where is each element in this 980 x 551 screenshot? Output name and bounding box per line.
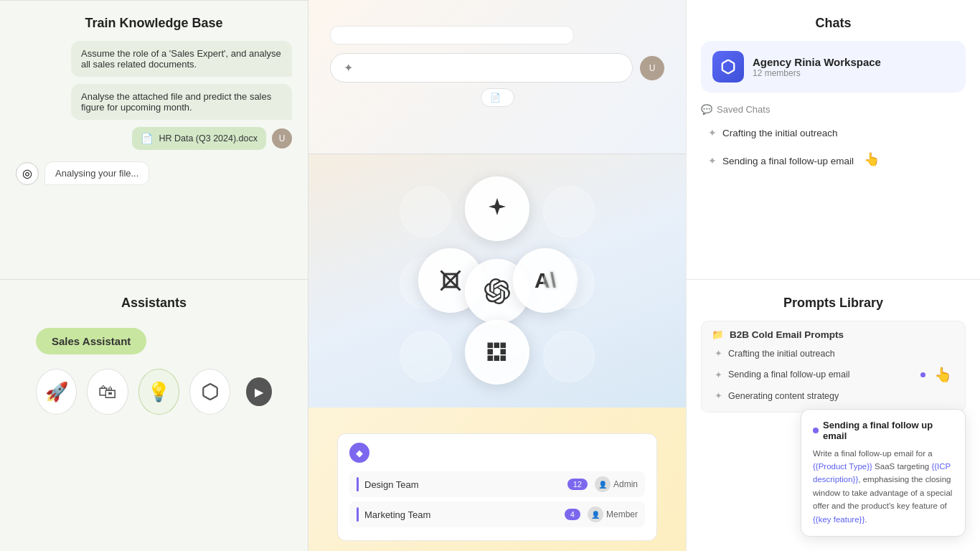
gov-marketing-count: 4 [565, 509, 580, 520]
prompts-title: Prompts Library [701, 280, 966, 321]
gov-team-marketing: Marketing Team 4 👤 Member [349, 501, 645, 527]
gov-workspace-logo: ◆ [349, 443, 369, 463]
llm-bg-6 [400, 331, 451, 382]
saved-chat-item-1[interactable]: ✦ Crafting the initial outreach [701, 121, 966, 145]
prompts-folder-header: 📁 B2B Cold Email Prompts [712, 329, 955, 340]
llm-bg-5 [543, 258, 595, 309]
pdf-user-avatar: U [640, 56, 664, 80]
workspace-info: Agency Rinia Workspace 12 members [753, 56, 881, 78]
gov-design-role: Admin [613, 479, 638, 489]
tooltip-dot [813, 428, 819, 433]
prompt-item-1[interactable]: ✦ Crafting the initial outreach [712, 344, 955, 362]
governance-title [308, 408, 686, 433]
prompt-item-2[interactable]: ✦ Sending a final follow-up email 👆 [712, 362, 955, 387]
openai-bot-avatar: ◎ [16, 162, 39, 185]
pdf-upload-box[interactable]: ✦ [330, 53, 633, 83]
train-message-2: Analyse the attached file and predict th… [71, 84, 292, 120]
docx-icon: 📄 [141, 133, 153, 144]
prompt-active-dot [920, 372, 925, 377]
train-file-row: 📄 HR Data (Q3 2024).docx U [16, 127, 292, 150]
panel-prompts: Prompts Library 📁 B2B Cold Email Prompts… [686, 280, 980, 551]
assistant-icon-bulb[interactable]: 💡 [138, 369, 179, 415]
gov-marketing-name: Marketing Team [364, 509, 565, 520]
panel-chats: Chats Agency Rinia Workspace 12 members … [686, 0, 980, 280]
gov-workspace-header: ◆ [349, 443, 645, 463]
pdf-chat-area: ✦ U 📄 [308, 26, 686, 107]
llm-mistral[interactable] [465, 320, 529, 385]
assistant-icon-rocket[interactable]: 🚀 [36, 369, 77, 415]
assistants-content: Sales Assistant 🚀 🛍 💡 ▶ [14, 321, 293, 415]
assistants-title: Assistants [14, 280, 293, 321]
prompt-text-1: Crafting the initial outreach [728, 349, 835, 359]
panel-llms: A\ [308, 154, 686, 408]
train-title: Train Knowledge Base [0, 0, 308, 41]
assistant-icon-cube[interactable] [189, 369, 230, 415]
llm-bg-3 [543, 186, 595, 237]
svg-rect-4 [488, 349, 494, 355]
llm-bg-1 [400, 186, 451, 237]
svg-rect-5 [501, 349, 507, 355]
svg-rect-7 [494, 356, 500, 362]
folder-name: B2B Cold Email Prompts [730, 329, 844, 340]
panel-governance: ◆ Design Team 12 👤 Admin Marketing Team … [308, 408, 686, 551]
sparkle-icon: ✦ [344, 61, 353, 75]
tooltip-title: Sending a final follow up email [813, 420, 953, 441]
assistant-icon-bag[interactable]: 🛍 [87, 369, 128, 415]
prompts-folder-card: 📁 B2B Cold Email Prompts ✦ Crafting the … [701, 321, 966, 413]
center-column: ✦ U 📄 [308, 0, 686, 551]
prompt-text-3: Generating content strategy [728, 391, 839, 401]
svg-rect-1 [488, 343, 494, 349]
panel-assistants: Assistants Sales Assistant 🚀 🛍 💡 ▶ [0, 280, 308, 551]
cursor-icon: 👆 [864, 151, 877, 170]
gov-design-count: 12 [567, 479, 588, 490]
chats-title: Chats [701, 0, 966, 41]
tooltip-body: Write a final follow-up email for a {{Pr… [813, 447, 953, 526]
pdf-file-badge: 📄 [481, 88, 514, 107]
train-bot-bubble: Analysing your file... [44, 161, 149, 185]
prompt-item-3[interactable]: ✦ Generating content strategy [712, 387, 955, 405]
prompt-star-2: ✦ [715, 369, 722, 380]
prompt-text-2: Sending a final follow-up email [728, 369, 850, 380]
train-user-avatar: U [272, 128, 292, 149]
svg-rect-6 [488, 356, 494, 362]
train-chat-area: Assume the role of a 'Sales Expert', and… [0, 41, 308, 185]
saved-chat-item-2[interactable]: ✦ Sending a final follow-up email 👆 [701, 145, 966, 176]
play-button[interactable]: ▶ [246, 377, 272, 406]
governance-workspace-card: ◆ Design Team 12 👤 Admin Marketing Team … [337, 433, 657, 541]
team-bar-marketing [357, 507, 359, 522]
pdf-upload-row: ✦ U [330, 53, 664, 83]
speech-icon: 💬 [701, 104, 712, 115]
saved-chat-text-1: Crafting the initial outreach [722, 128, 838, 138]
star-icon-2: ✦ [708, 155, 717, 166]
pdf-user-message [330, 26, 574, 44]
llm-circles: A\ [390, 180, 605, 381]
gov-marketing-avatar: 👤 [588, 507, 603, 522]
train-file-bubble: 📄 HR Data (Q3 2024).docx [132, 127, 266, 150]
chats-workspace-card[interactable]: Agency Rinia Workspace 12 members [701, 41, 966, 93]
assistant-icons-row: 🚀 🛍 💡 ▶ [29, 369, 279, 415]
prompt-tooltip: Sending a final follow up email Write a … [801, 409, 966, 537]
saved-chat-text-2: Sending a final follow-up email [722, 156, 854, 166]
workspace-members: 12 members [753, 68, 881, 78]
train-filename: HR Data (Q3 2024).docx [159, 133, 258, 143]
train-bot-text: Analysing your file... [55, 168, 138, 179]
svg-rect-2 [494, 343, 500, 349]
team-bar-design [357, 477, 359, 491]
workspace-name: Agency Rinia Workspace [753, 56, 881, 68]
svg-rect-8 [501, 356, 507, 362]
pdf-icon: 📄 [490, 93, 501, 103]
gov-design-name: Design Team [364, 479, 567, 490]
prompt-star-3: ✦ [715, 390, 722, 401]
gov-design-avatar: 👤 [595, 476, 611, 492]
llm-sparkle[interactable] [465, 176, 529, 241]
star-icon-1: ✦ [708, 127, 717, 138]
saved-chats-label: 💬 Saved Chats [701, 104, 966, 115]
panel-train: Train Knowledge Base Assume the role of … [0, 0, 308, 280]
train-message-1: Assume the role of a 'Sales Expert', and… [71, 41, 292, 77]
prompt-star-1: ✦ [715, 348, 722, 359]
svg-rect-3 [501, 343, 507, 349]
panel-pdf: ✦ U 📄 [308, 0, 686, 154]
cursor-hand-icon: 👆 [934, 366, 952, 383]
folder-icon: 📁 [712, 329, 724, 340]
sales-assistant-button[interactable]: Sales Assistant [36, 328, 146, 354]
